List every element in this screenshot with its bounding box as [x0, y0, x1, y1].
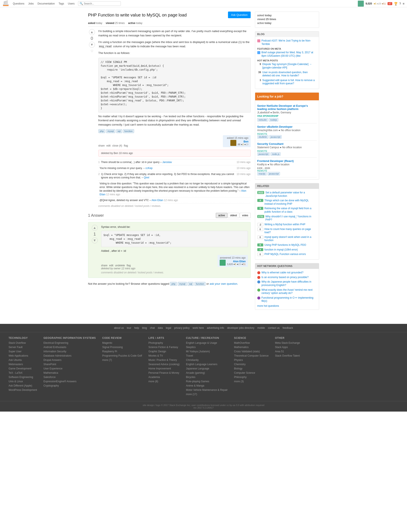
answer-edit-link[interactable]: edit	[109, 264, 113, 267]
job-title-3[interactable]: Security Consultant	[257, 142, 317, 145]
footer-link-stackoverflow[interactable]: Stack Overflow	[8, 341, 26, 344]
footer-link-superuser[interactable]: Super User	[8, 350, 22, 353]
footer-link-meta[interactable]: Meta Stack Exchange	[275, 341, 300, 344]
footer-link-devjobs[interactable]: developer jobs directory	[227, 326, 254, 329]
tag-sql[interactable]: sql	[116, 129, 122, 133]
footer-link-infosec[interactable]: Information Security	[43, 350, 66, 353]
comment-author-4[interactable]: Alon Eitan	[100, 189, 246, 196]
tag-php[interactable]: php	[98, 129, 105, 133]
footer-link-tex[interactable]: TeX - LaTeX	[8, 371, 23, 374]
job-tag-vbulletin[interactable]: vbulletin	[257, 135, 268, 139]
menu-icon[interactable]: ≡	[403, 2, 404, 5]
footer-link-christianity[interactable]: Christianity	[186, 359, 198, 361]
related-link-2[interactable]: Retrieving the value of mysqli field fro…	[265, 207, 317, 213]
footer-link-sharepoint[interactable]: SharePoint	[43, 363, 56, 366]
help-icon[interactable]: ?	[399, 2, 401, 5]
footer-link-finance[interactable]: Personal Finance & Money	[149, 371, 179, 374]
footer-link-physics[interactable]: Physics	[234, 359, 243, 361]
downvote-button[interactable]: ▼	[89, 42, 95, 48]
related-link-0[interactable]: Set a default parameter value for a Java…	[266, 191, 317, 198]
search-input[interactable]	[84, 2, 119, 5]
flag-link[interactable]: flag	[124, 144, 128, 147]
hot-network-link-2[interactable]: Why do Japanese people have difficulties…	[262, 280, 317, 287]
tag-mysql[interactable]: mysql	[106, 129, 115, 133]
footer-link-life-more[interactable]: more (8)	[149, 380, 158, 383]
footer-link-puzzles[interactable]: Programming Puzzles & Code Golf	[102, 354, 142, 357]
footer-link-privacy[interactable]: privacy policy	[174, 326, 189, 329]
footer-link-ee[interactable]: ExpressionEngine® Answers	[43, 380, 76, 383]
blog-link-meta[interactable]: Brief outage planned for Wed. May 3, 201…	[262, 51, 317, 58]
hot-network-link-4[interactable]: Functional programming in C++ implementi…	[262, 296, 317, 303]
comment-vote-3[interactable]: 2	[98, 172, 100, 180]
avatar[interactable]	[358, 1, 364, 7]
footer-link-android[interactable]: Android Enthusiasts	[43, 346, 66, 349]
related-link-3[interactable]: Why shouldn't I use mysql_* functions in…	[266, 215, 317, 222]
tag-function[interactable]: function	[123, 129, 134, 133]
hot-network-link-3[interactable]: What exactly does the Avast 'remind me n…	[262, 288, 317, 295]
footer-link-signal[interactable]: Signal Processing	[102, 346, 123, 349]
job-tag-nodejs[interactable]: nodejs	[269, 118, 278, 122]
footer-link-chat[interactable]: chat	[150, 326, 155, 329]
job-tag-netsuite[interactable]: netsuite	[257, 118, 268, 122]
hot-network-link-0[interactable]: Why is ethernet cable not grounded?	[262, 271, 304, 274]
browse-tag-function[interactable]: function	[194, 282, 206, 286]
footer-link-mobile[interactable]: mobile	[257, 326, 265, 329]
related-link-7[interactable]: Using PHP functions in MySQL PDO	[265, 243, 306, 247]
related-link-5[interactable]: How to count how many queries on page lo…	[265, 228, 317, 234]
footer-link-unix[interactable]: Unix & Linux	[8, 380, 23, 383]
footer-link-talent[interactable]: Stack Overflow Talent	[275, 354, 300, 357]
footer-link-magento[interactable]: Magento	[102, 341, 112, 344]
footer-link-math[interactable]: Mathematics	[234, 346, 249, 349]
upvote-button[interactable]: ▲	[89, 29, 95, 35]
footer-link-mathematica[interactable]: Mathematica	[43, 371, 58, 374]
job-title-4[interactable]: Frontend Developer (React)	[257, 159, 317, 163]
comment-author-1[interactable]: Jaroslav	[162, 161, 172, 164]
footer-link-bicycles[interactable]: Bicycles	[186, 376, 195, 379]
footer-link-graphicdesign[interactable]: Graphic Design	[149, 350, 166, 353]
footer-link-chemistry[interactable]: Chemistry	[234, 363, 245, 366]
job-tag-reactjs[interactable]: reactjs	[257, 172, 267, 175]
meta-link-1[interactable]: Dispute Tag synonym [Google-Calendar] → …	[262, 63, 317, 69]
job-tag-javascript[interactable]: javascript	[269, 135, 282, 139]
sort-active-button[interactable]: active	[216, 213, 227, 218]
footer-link-homeimprove[interactable]: Home Improvement	[149, 367, 171, 370]
hot-network-link-1[interactable]: Is an economy based on piracy possible?	[262, 276, 309, 279]
comment-author-5[interactable]: Alon Eitan	[151, 199, 163, 202]
related-link-6[interactable]: mysql query doesn't work when used in a …	[265, 235, 317, 242]
answer-share-link[interactable]: share	[101, 264, 108, 267]
blog-link-1[interactable]: Podcast #107: We're Just Trying to be No…	[262, 39, 317, 46]
nav-users[interactable]: Users	[66, 1, 76, 6]
footer-link-music[interactable]: Music: Practice & Theory	[149, 359, 177, 361]
answer-flag-link[interactable]: flag	[127, 264, 131, 267]
nav-jobs[interactable]: Jobs	[26, 1, 35, 6]
footer-link-data[interactable]: data	[158, 326, 163, 329]
footer-link-about[interactable]: about us	[114, 326, 124, 329]
footer-link-softwareeng[interactable]: Software Engineering	[8, 376, 33, 379]
footer-link-contact[interactable]: contact us	[268, 326, 280, 329]
job-title-1[interactable]: Senior NetSuite Developer at Europe's le…	[257, 104, 317, 111]
footer-link-cs[interactable]: Computer Science	[234, 371, 255, 374]
footer-link-scifi[interactable]: Science Fiction & Fantasy	[149, 346, 178, 349]
footer-link-salesforce[interactable]: Salesforce	[43, 376, 56, 379]
achievements-icon[interactable]: 🏆	[394, 2, 398, 5]
footer-link-apple[interactable]: Ask Different (Apple)	[8, 384, 32, 387]
browse-tag-php[interactable]: php	[170, 282, 177, 286]
footer-link-science-more[interactable]: more (3)	[234, 380, 244, 383]
footer-link-crypto[interactable]: Cryptography	[43, 384, 59, 387]
edit-link[interactable]: edit	[107, 144, 110, 147]
meta-link-2[interactable]: User re-posts downvoted question, then d…	[262, 71, 317, 78]
job-tag-js2[interactable]: javascript	[257, 152, 270, 156]
related-link-1[interactable]: Things which can be done with MySQL inst…	[265, 199, 317, 206]
footer-link-raspberry[interactable]: Raspberry Pi	[102, 350, 117, 353]
footer-link-gaming[interactable]: Arcade (gaming)	[186, 371, 205, 374]
footer-link-dba[interactable]: Database Administrators	[43, 354, 71, 357]
footer-link-cooking[interactable]: Seasoned Advice (cooking)	[149, 363, 180, 366]
footer-link-electrical[interactable]: Electrical Engineering	[43, 341, 68, 344]
footer-link-wordpress[interactable]: WordPress Development	[8, 389, 37, 391]
footer-link-movies[interactable]: Movies & TV	[149, 354, 163, 357]
footer-link-advertising[interactable]: advertising info	[207, 326, 224, 329]
footer-link-photography[interactable]: Photography	[149, 341, 163, 344]
footer-link-area51[interactable]: Area 51	[275, 350, 284, 353]
footer-link-theoretical-cs[interactable]: Theoretical Computer Science	[234, 354, 268, 357]
browse-tag-sql[interactable]: sql	[188, 282, 194, 286]
